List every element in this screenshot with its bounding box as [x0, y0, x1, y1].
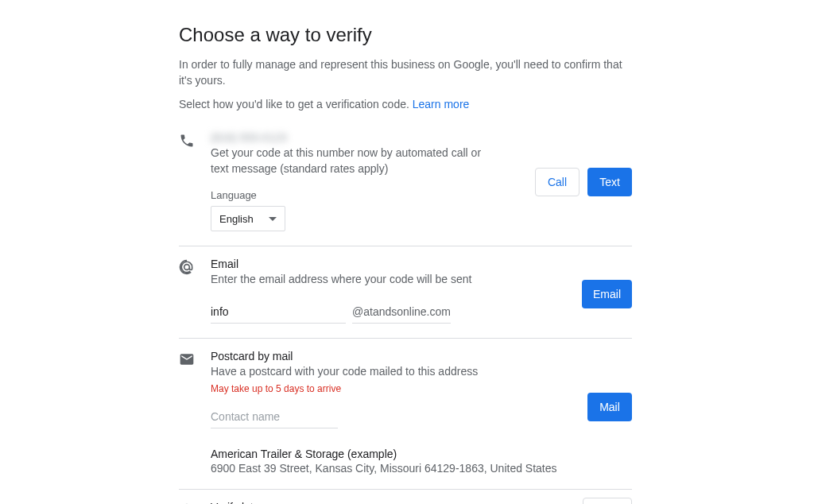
postcard-title: Postcard by mail — [211, 350, 632, 362]
intro-text-2-prefix: Select how you'd like to get a verificat… — [179, 98, 413, 110]
intro-text-1: In order to fully manage and represent t… — [179, 57, 632, 88]
contact-name-input[interactable] — [211, 407, 338, 428]
chevron-down-icon — [269, 217, 277, 221]
call-button[interactable]: Call — [535, 168, 579, 196]
postcard-warning: May take up to 5 days to arrive — [211, 383, 632, 394]
later-title: Verify later — [211, 501, 632, 504]
phone-section: Call Text (816) 555-0123 Get your code a… — [179, 125, 632, 246]
at-sign-icon — [179, 259, 195, 275]
text-button[interactable]: Text — [587, 168, 632, 196]
phone-number-masked: (816) 555-0123 — [211, 131, 632, 144]
phone-desc: Get your code at this number now by auto… — [211, 145, 497, 176]
business-name: American Trailer & Storage (example) — [211, 448, 632, 460]
email-domain-label: @atandsonline.com — [352, 302, 451, 324]
postcard-desc: Have a postcard with your code mailed to… — [211, 364, 497, 380]
page-title: Choose a way to verify — [179, 24, 632, 46]
business-address: 6900 East 39 Street, Kansas City, Missou… — [211, 462, 632, 475]
later-button[interactable]: Later — [583, 498, 632, 504]
phone-icon — [179, 133, 195, 149]
learn-more-link[interactable]: Learn more — [413, 98, 470, 110]
email-local-input[interactable] — [211, 302, 346, 324]
mail-icon — [179, 351, 195, 367]
email-title: Email — [211, 258, 632, 270]
email-section: Email Email Enter the email address wher… — [179, 246, 632, 338]
email-button[interactable]: Email — [582, 280, 632, 308]
language-select[interactable]: English — [211, 206, 285, 231]
later-section: Later ? Verify later You can't fully man… — [179, 489, 632, 504]
language-value: English — [219, 213, 254, 225]
mail-button[interactable]: Mail — [587, 393, 632, 421]
postcard-section: Mail Postcard by mail Have a postcard wi… — [179, 338, 632, 489]
email-desc: Enter the email address where your code … — [211, 272, 497, 288]
intro-text-2: Select how you'd like to get a verificat… — [179, 98, 632, 110]
